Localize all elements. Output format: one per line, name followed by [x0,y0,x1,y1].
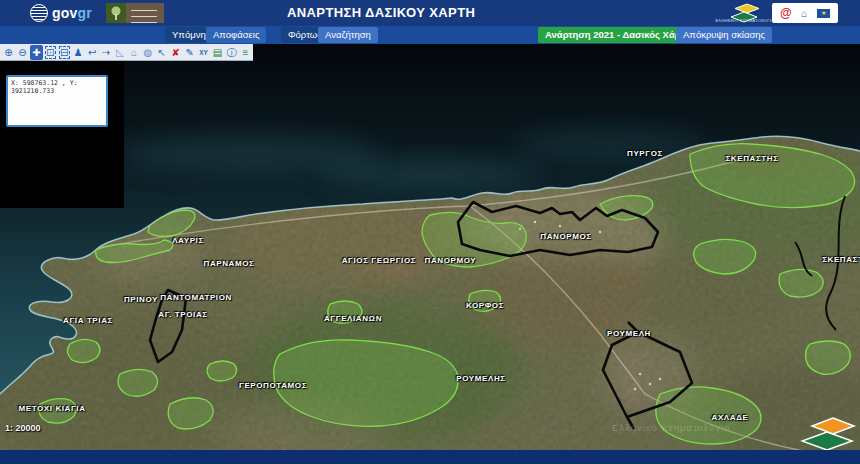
greek-emblem-icon [30,4,48,22]
zoom-in-icon[interactable]: ⊕ [2,45,15,60]
cursor-coordinates: X: 598763.12 , Y: 3921210.733 [8,77,106,97]
map-label: ΑΓΓΕΛΙΑΝΩΝ [324,314,382,323]
govgr-logo: govgr [30,3,92,23]
map-label: ΑΓ. ΤΡΟΙΑΣ [158,310,207,319]
map-label: ΠΑΝΤΟΜΑΤΡΙΟΝ [160,293,232,302]
zoom-out-icon[interactable]: ⊖ [16,45,29,60]
scale-indicator: 1: 20000 [5,423,41,433]
govgr-wordmark: govgr [52,5,92,21]
map-label: ΣΚΕΠΑΣΤΗ [822,255,860,264]
map-viewport: ΠΥΡΓΟΣΣΚΕΠΑΣΤΗΣΠΑΝΟΡΜΟΣΛΑΥΡΙΣΠΑΡΝΑΜΟΣΑΓΙ… [0,44,860,450]
pan-icon[interactable]: ✚ [30,45,43,60]
map-label: ΠΑΡΝΑΜΟΣ [204,259,255,268]
draw-coordinates-icon[interactable]: ✎ [183,45,196,60]
forestry-ministry-logo [106,3,164,23]
map-label: ΑΓΙΟΣ ΓΕΩΡΓΙΟΣ ΠΑΝΟΡΜΟΥ [342,256,477,265]
layers-icon[interactable]: ≡ [239,45,252,60]
measure-distance-icon[interactable]: ⇢ [100,45,113,60]
print-screen-icon[interactable]: ▤ [211,45,224,60]
hide-shading-button[interactable]: Απόκρυψη σκίασης [676,27,772,43]
institution-logo-icon: ⌂ [801,8,807,19]
map-label: ΑΓΙΑ ΤΡΙΑΣ [63,316,113,325]
previous-extent-icon[interactable]: ↩ [86,45,99,60]
map-canvas[interactable] [0,44,860,450]
tree-icon [106,3,126,23]
search-button[interactable]: Αναζήτηση [318,27,378,43]
zoom-window-in-icon[interactable]: ⊡ [44,45,57,60]
select-feature-icon[interactable]: ↖ [155,45,168,60]
map-label: ΠΥΡΓΟΣ [627,149,663,158]
map-label: ΡΟΥΜΕΛΗ [607,329,651,338]
bottom-status-bar [0,450,860,464]
forest-map-app: ΠΥΡΓΟΣΣΚΕΠΑΣΤΗΣΠΑΝΟΡΜΟΣΛΑΥΡΙΣΠΑΡΝΑΜΟΣΑΓΙ… [0,0,860,464]
info-icon[interactable]: ⓘ [225,45,238,60]
map-label: ΚΟΡΦΟΣ [466,301,504,310]
measure-area-icon[interactable]: ◺ [114,45,127,60]
map-label: ΣΚΕΠΑΣΤΗΣ [725,154,778,163]
at-sign-logo-icon: @ [780,6,792,20]
identify-icon[interactable]: ♟ [72,45,85,60]
map-label: ΠΡΙΝΟΥ [124,295,158,304]
partner-logos: @ ⌂ ★ [772,3,838,23]
xy-coordinates-icon[interactable]: XY [197,45,210,60]
eu-flag-icon: ★ [817,9,830,18]
delete-selection-icon[interactable]: ✘ [169,45,182,60]
map-label: ΓΕΡΟΠΟΤΑΜΟΣ [239,381,307,390]
decisions-button[interactable]: Αποφάσεις [206,27,266,43]
map-label: ΡΟΥΜΕΛΗΣ [456,374,505,383]
map-label: ΜΕΤΟΧΙ ΚΙΑΓΙΑ [18,404,85,413]
cadastre-logo [800,416,858,450]
menu-bar: Υπόμνημα Αποφάσεις Φόρτωση Αναζήτηση Ανά… [0,26,860,44]
map-toolbar: ⊕⊖✚⊡⊟♟↩⇢◺⌂◍↖✘✎XY▤ⓘ≡ [0,44,253,61]
ministry-text-block [126,3,164,23]
page-title: ΑΝΑΡΤΗΣΗ ΔΑΣΙΚΟΥ ΧΑΡΤΗ [287,5,475,20]
app-header: govgr ΑΝΑΡΤΗΣΗ ΔΑΣΙΚΟΥ ΧΑΡΤΗ ΕΛΛΗΝΙΚΟ ΚΤ… [0,0,860,26]
map-label: ΑΧΛΑΔΕ [712,413,749,422]
coordinates-panel[interactable]: X: 598763.12 , Y: 3921210.733 [6,75,108,127]
map-label: ΠΑΝΟΡΜΟΣ [540,232,591,241]
zoom-window-out-icon[interactable]: ⊟ [58,45,71,60]
map-watermark: Ελληνικό Κτηματολόγιο [612,422,731,433]
draw-polygon-icon[interactable]: ⌂ [127,45,140,60]
map-label: ΛΑΥΡΙΣ [172,236,204,245]
buffer-polygon-icon[interactable]: ◍ [141,45,154,60]
